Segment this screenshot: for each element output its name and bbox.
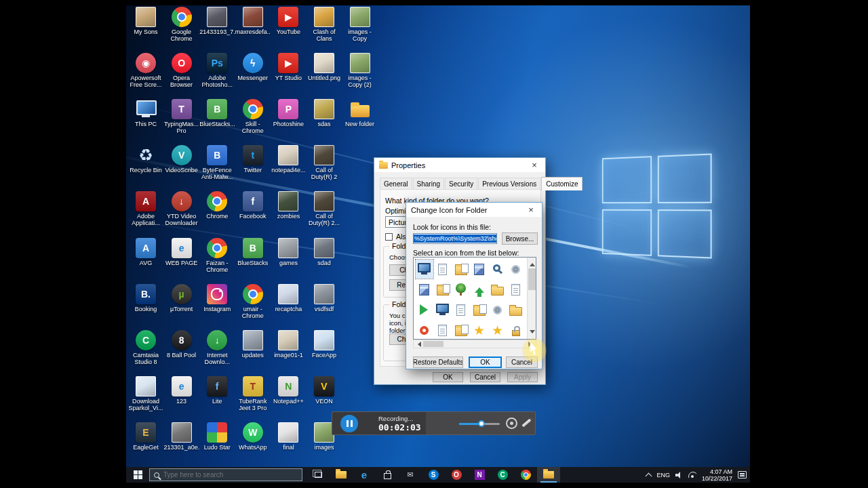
desktop-icon[interactable]: final xyxy=(271,422,306,451)
desktop-icon[interactable]: Google Chrome xyxy=(164,7,199,43)
start-button[interactable] xyxy=(126,467,149,483)
tab-sharing[interactable]: Sharing xyxy=(413,178,444,190)
shell-icon-option[interactable] xyxy=(471,260,488,279)
properties-ok-button[interactable]: OK xyxy=(433,372,463,382)
slider-knob[interactable] xyxy=(478,420,485,427)
shell-icon-option[interactable] xyxy=(489,321,507,340)
shell-icon-option[interactable] xyxy=(507,321,525,340)
language-indicator[interactable]: ENG xyxy=(656,472,670,479)
desktop-icon[interactable]: Call of Duty(R) 2 S... xyxy=(307,145,342,181)
desktop-icon[interactable]: games xyxy=(271,238,306,266)
desktop-icon[interactable]: images - Copy (2) xyxy=(342,53,378,89)
desktop-icon[interactable]: Ps Adobe Photosho... xyxy=(199,53,235,89)
taskbar-app-icon[interactable] xyxy=(537,467,560,483)
desktop-icon[interactable]: P Photoshine xyxy=(271,99,306,127)
desktop-icon[interactable]: E EagleGet xyxy=(128,422,163,451)
taskbar-app-icon[interactable] xyxy=(307,467,330,483)
taskbar-app-icon[interactable]: e xyxy=(353,467,376,483)
desktop-icon[interactable]: 21433193_7... xyxy=(199,7,235,35)
desktop-icon[interactable]: B BlueStacks xyxy=(235,238,271,266)
taskbar-app-icon[interactable]: C xyxy=(491,467,514,483)
desktop-icon[interactable]: B BlueStacks... xyxy=(199,99,235,127)
properties-cancel-button[interactable]: Cancel xyxy=(470,372,500,382)
properties-titlebar[interactable]: Properties × xyxy=(374,158,545,172)
change-icon-ok-button[interactable]: OK xyxy=(469,357,502,368)
search-input[interactable] xyxy=(163,471,298,479)
desktop-icon[interactable]: updates xyxy=(235,330,271,359)
tab-general[interactable]: General xyxy=(380,178,412,190)
desktop-icon[interactable]: ♻ Recycle Bin xyxy=(128,145,163,174)
vertical-scroll-thumb[interactable] xyxy=(528,268,536,290)
shell-icon-option[interactable] xyxy=(452,280,470,299)
shell-icon-option[interactable] xyxy=(507,260,525,279)
desktop-icon[interactable]: vsdfsdf xyxy=(307,284,342,312)
shell-icon-option[interactable] xyxy=(489,280,507,299)
properties-apply-button[interactable]: Apply xyxy=(507,372,538,382)
desktop-icon[interactable]: B ByteFence Anti-Malw... xyxy=(199,145,235,181)
desktop-icon[interactable]: T TypingMas... Pro xyxy=(164,99,199,135)
horizontal-scroll-thumb[interactable] xyxy=(423,341,443,347)
desktop-icon[interactable]: maxresdefa... xyxy=(235,7,271,35)
desktop-icon[interactable]: images - Copy xyxy=(342,7,378,43)
taskbar-app-icon[interactable]: O xyxy=(445,467,468,483)
scroll-up-icon[interactable] xyxy=(530,260,535,266)
shell-icon-option[interactable] xyxy=(434,300,452,319)
desktop-icon[interactable]: B. Booking xyxy=(128,284,163,312)
desktop-icon[interactable]: e 123 xyxy=(164,376,199,405)
desktop-icon[interactable]: This PC xyxy=(128,99,163,127)
desktop-icon[interactable]: A AVG xyxy=(128,238,163,266)
desktop-icon[interactable]: 8 8 Ball Pool xyxy=(164,330,199,359)
desktop-icon[interactable]: O Opera Browser xyxy=(164,53,199,89)
desktop-icon[interactable]: N Notepad++ xyxy=(271,376,306,405)
desktop-icon[interactable]: Faizan - Chrome xyxy=(199,238,235,274)
tab-customize[interactable]: Customize xyxy=(541,177,583,190)
desktop-icon[interactable]: e WEB PAGE xyxy=(164,238,199,266)
shell-icon-option[interactable] xyxy=(416,321,433,340)
desktop-icon[interactable]: ↓ Internet Downlo... xyxy=(199,330,235,366)
scroll-down-icon[interactable] xyxy=(530,330,535,336)
desktop-icon[interactable]: umair - Chrome xyxy=(235,284,271,320)
desktop-icon[interactable]: µ µTorrent xyxy=(164,284,199,312)
taskbar-app-icon[interactable] xyxy=(330,467,353,483)
desktop-icon[interactable]: Call of Duty(R) 2... xyxy=(307,191,342,227)
shell-icon-option[interactable] xyxy=(471,280,488,299)
desktop-icon[interactable]: ▶ YT Studio xyxy=(271,53,306,81)
shell-icon-option[interactable] xyxy=(452,300,470,319)
desktop-icon[interactable]: Ludo Star xyxy=(199,422,235,451)
close-icon[interactable]: × xyxy=(524,158,545,172)
checkbox-icon[interactable] xyxy=(385,233,393,241)
desktop-icon[interactable]: zombies xyxy=(271,191,306,220)
desktop-icon[interactable]: 213301_a0e... xyxy=(164,422,199,451)
taskbar-app-icon[interactable] xyxy=(376,467,399,483)
desktop-icon[interactable]: ◉ Apowersoft Free Scre... xyxy=(128,53,163,89)
shell-icon-option[interactable] xyxy=(489,300,507,319)
webcam-icon[interactable] xyxy=(506,418,517,429)
network-icon[interactable] xyxy=(688,472,696,478)
shell-icon-option[interactable] xyxy=(452,260,470,279)
action-center-icon[interactable] xyxy=(738,471,747,479)
desktop-icon[interactable]: f Lite xyxy=(199,376,235,405)
desktop-icon[interactable]: A Adobe Applicati... xyxy=(128,191,163,227)
volume-slider[interactable] xyxy=(459,423,500,425)
taskbar-clock[interactable]: 4:07 AM 10/22/2017 xyxy=(702,468,732,482)
taskbar-app-icon[interactable]: ✉ xyxy=(399,467,422,483)
desktop-icon[interactable]: sdas xyxy=(307,99,342,127)
desktop-icon[interactable]: recaptcha xyxy=(271,284,306,312)
shell-icon-option[interactable] xyxy=(434,321,452,340)
volume-icon[interactable] xyxy=(675,472,683,479)
change-icon-titlebar[interactable]: Change Icon for Folder × xyxy=(406,203,542,217)
desktop-icon[interactable]: f Facebook xyxy=(235,191,271,220)
desktop-icon[interactable]: sdad xyxy=(307,238,342,266)
scroll-left-icon[interactable] xyxy=(415,342,421,347)
shell-icon-option[interactable] xyxy=(416,280,433,299)
shell-icon-option[interactable] xyxy=(471,300,488,319)
icon-file-path-input[interactable]: %SystemRoot%\System32\shell32.dll xyxy=(413,233,497,244)
desktop-icon[interactable]: FaceApp xyxy=(307,330,342,359)
desktop-icon[interactable]: Clash of Clans xyxy=(307,7,342,43)
taskbar-search-box[interactable] xyxy=(149,468,302,481)
shell-icon-option[interactable] xyxy=(489,260,507,279)
shell-icon-option[interactable] xyxy=(452,321,470,340)
shell-icon-option[interactable] xyxy=(416,260,433,279)
taskbar-app-icon[interactable]: N xyxy=(468,467,491,483)
horizontal-scrollbar[interactable] xyxy=(413,340,536,348)
